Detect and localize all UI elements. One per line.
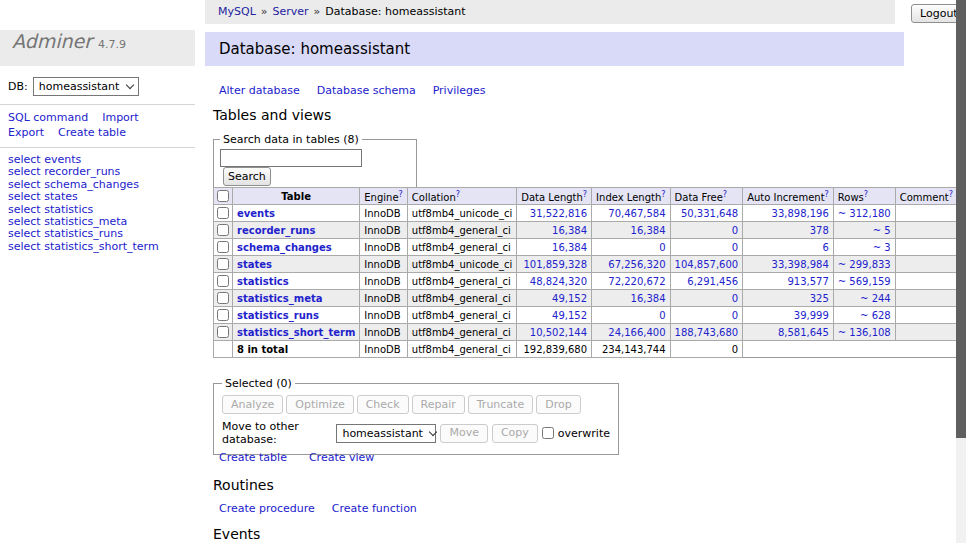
- data-length-link[interactable]: 16,384: [552, 242, 587, 253]
- data-free-link[interactable]: 0: [732, 225, 738, 236]
- data-length-link[interactable]: 49,152: [552, 293, 587, 304]
- db-link-privileges[interactable]: Privileges: [433, 84, 486, 97]
- auto-increment-link[interactable]: 33,898,196: [772, 208, 829, 219]
- data-free-link[interactable]: 0: [732, 310, 738, 321]
- move-db-select[interactable]: homeassistant: [336, 424, 436, 443]
- drop-button[interactable]: Drop: [536, 395, 580, 414]
- data-length-link[interactable]: 31,522,816: [530, 208, 587, 219]
- help-link[interactable]: ?: [949, 190, 953, 199]
- help-link[interactable]: ?: [399, 190, 403, 199]
- index-length-link[interactable]: 0: [659, 310, 665, 321]
- routine-link-create-function[interactable]: Create function: [332, 502, 417, 515]
- data-free-link[interactable]: 0: [732, 293, 738, 304]
- db-link-database-schema[interactable]: Database schema: [317, 84, 416, 97]
- rows-link[interactable]: ~ 3: [873, 242, 891, 253]
- rows-link[interactable]: ~ 628: [860, 310, 891, 321]
- auto-increment-link[interactable]: 325: [810, 293, 829, 304]
- row-checkbox[interactable]: [217, 309, 229, 321]
- table-link-statistics[interactable]: statistics: [237, 276, 289, 287]
- copy-button[interactable]: Copy: [492, 424, 538, 443]
- rows-link[interactable]: ~ 5: [873, 225, 891, 236]
- db-link-alter-database[interactable]: Alter database: [219, 84, 300, 97]
- search-input[interactable]: [220, 149, 362, 167]
- data-free-link[interactable]: 188,743,680: [675, 327, 739, 338]
- move-button[interactable]: Move: [440, 424, 488, 443]
- data-free-link[interactable]: 104,857,600: [675, 259, 739, 270]
- row-checkbox[interactable]: [217, 258, 229, 270]
- sidebar-link-select-statistics-runs[interactable]: select statistics_runs: [8, 228, 159, 240]
- sidebar-action-import[interactable]: Import: [102, 111, 139, 124]
- table-link-statistics-meta[interactable]: statistics_meta: [237, 293, 322, 304]
- app-name: Adminer: [12, 30, 92, 52]
- row-checkbox[interactable]: [217, 275, 229, 287]
- breadcrumb-server-link[interactable]: Server: [273, 5, 309, 18]
- auto-increment-link[interactable]: 33,398,984: [772, 259, 829, 270]
- db-select[interactable]: homeassistant: [33, 77, 139, 96]
- analyze-button[interactable]: Analyze: [222, 395, 283, 414]
- cell-index-length: 72,220,672: [592, 273, 670, 290]
- index-length-link[interactable]: 70,467,584: [608, 208, 665, 219]
- index-length-link[interactable]: 16,384: [631, 225, 666, 236]
- table-link-statistics-runs[interactable]: statistics_runs: [237, 310, 319, 321]
- sidebar-action-export[interactable]: Export: [8, 126, 44, 139]
- table-link-statistics-short-term[interactable]: statistics_short_term: [237, 327, 355, 338]
- table-link-recorder-runs[interactable]: recorder_runs: [237, 225, 315, 236]
- help-link[interactable]: ?: [661, 190, 665, 199]
- data-length-link[interactable]: 101,859,328: [523, 259, 587, 270]
- help-link[interactable]: ?: [864, 190, 868, 199]
- help-link[interactable]: ?: [456, 190, 460, 199]
- row-checkbox[interactable]: [217, 241, 229, 253]
- auto-increment-link[interactable]: 913,577: [787, 276, 828, 287]
- check-button[interactable]: Check: [357, 395, 409, 414]
- index-length-link[interactable]: 0: [659, 242, 665, 253]
- truncate-button[interactable]: Truncate: [468, 395, 533, 414]
- footer-link-create-table[interactable]: Create table: [219, 451, 287, 464]
- sidebar-link-select-statistics-short-term[interactable]: select statistics_short_term: [8, 241, 159, 253]
- sidebar-action-sql-command[interactable]: SQL command: [8, 111, 88, 124]
- auto-increment-link[interactable]: 8,581,645: [778, 327, 829, 338]
- rows-link[interactable]: ~ 244: [860, 293, 891, 304]
- index-length-link[interactable]: 67,256,320: [608, 259, 665, 270]
- rows-link[interactable]: ~ 312,180: [838, 208, 891, 219]
- data-length-link[interactable]: 49,152: [552, 310, 587, 321]
- rows-link[interactable]: ~ 569,159: [838, 276, 891, 287]
- index-length-link[interactable]: 16,384: [631, 293, 666, 304]
- auto-increment-link[interactable]: 378: [810, 225, 829, 236]
- overwrite-checkbox[interactable]: [542, 427, 554, 439]
- row-checkbox[interactable]: [217, 224, 229, 236]
- repair-button[interactable]: Repair: [412, 395, 465, 414]
- sidebar-link-select-recorder-runs[interactable]: select recorder_runs: [8, 166, 159, 178]
- data-length-link[interactable]: 16,384: [552, 225, 587, 236]
- sidebar-link-select-states[interactable]: select states: [8, 191, 159, 203]
- auto-increment-link[interactable]: 6: [822, 242, 828, 253]
- index-length-link[interactable]: 24,166,400: [608, 327, 665, 338]
- data-free-link[interactable]: 0: [732, 242, 738, 253]
- auto-increment-link[interactable]: 39,999: [794, 310, 829, 321]
- table-link-schema-changes[interactable]: schema_changes: [237, 242, 332, 253]
- table-link-events[interactable]: events: [237, 208, 275, 219]
- help-link[interactable]: ?: [583, 190, 587, 199]
- footer-link-create-view[interactable]: Create view: [309, 451, 374, 464]
- help-link[interactable]: ?: [723, 190, 727, 199]
- index-length-link[interactable]: 72,220,672: [608, 276, 665, 287]
- row-checkbox[interactable]: [217, 207, 229, 219]
- data-free-link[interactable]: 50,331,648: [681, 208, 738, 219]
- rows-link[interactable]: ~ 299,833: [838, 259, 891, 270]
- scrollbar-thumb[interactable]: [956, 0, 966, 438]
- data-free-link[interactable]: 6,291,456: [687, 276, 738, 287]
- select-all-checkbox[interactable]: [217, 190, 229, 202]
- row-checkbox[interactable]: [217, 292, 229, 304]
- help-link[interactable]: ?: [825, 190, 829, 199]
- total-label: 8 in total: [233, 341, 360, 358]
- data-length-link[interactable]: 10,502,144: [530, 327, 587, 338]
- sidebar-action-create-table[interactable]: Create table: [58, 126, 126, 139]
- optimize-button[interactable]: Optimize: [286, 395, 353, 414]
- sidebar-actions: SQL commandImportExportCreate table: [8, 110, 194, 140]
- search-button[interactable]: Search: [223, 167, 271, 186]
- breadcrumb-mysql-link[interactable]: MySQL: [218, 5, 256, 18]
- routine-link-create-procedure[interactable]: Create procedure: [219, 502, 315, 515]
- rows-link[interactable]: ~ 136,108: [838, 327, 891, 338]
- table-link-states[interactable]: states: [237, 259, 272, 270]
- row-checkbox[interactable]: [217, 326, 229, 338]
- data-length-link[interactable]: 48,824,320: [530, 276, 587, 287]
